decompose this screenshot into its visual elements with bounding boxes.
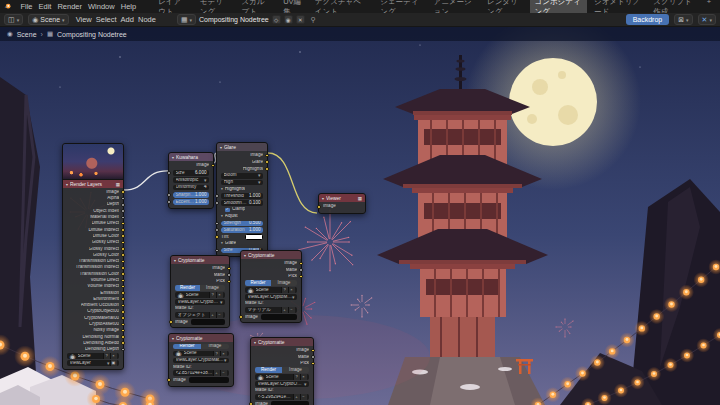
output-socket[interactable] bbox=[121, 190, 125, 194]
tab-image[interactable]: Image bbox=[200, 285, 225, 291]
unlink-icon[interactable]: ✕ bbox=[296, 15, 305, 24]
output-socket[interactable] bbox=[121, 323, 125, 327]
output-socket[interactable] bbox=[121, 310, 125, 314]
breadcrumb-tree[interactable]: Compositing Nodetree bbox=[57, 31, 127, 38]
close-button[interactable]: × bbox=[110, 353, 117, 359]
remove-button[interactable]: − bbox=[300, 394, 307, 400]
row-tabs[interactable]: RenderImage bbox=[241, 280, 301, 287]
node-header-kuwahara[interactable]: ▾Kuwahara bbox=[169, 153, 213, 161]
render-icon[interactable]: ▣ bbox=[110, 360, 117, 366]
tab-render[interactable]: Render bbox=[175, 285, 200, 291]
collapse-icon[interactable]: ▾ bbox=[172, 155, 174, 160]
output-socket[interactable] bbox=[121, 266, 125, 270]
row-uniformity[interactable]: Uniformity4 bbox=[169, 184, 213, 191]
value-input-socket[interactable] bbox=[167, 171, 171, 175]
remove-button[interactable]: − bbox=[288, 307, 295, 313]
add-button[interactable]: + bbox=[209, 312, 216, 318]
input-socket[interactable] bbox=[317, 205, 321, 209]
menu-help[interactable]: Help bbox=[118, 2, 139, 11]
close-button[interactable]: × bbox=[216, 292, 223, 298]
menu-edit[interactable]: Edit bbox=[35, 2, 54, 11]
value-input-socket[interactable] bbox=[215, 228, 219, 232]
node-cryptomatte-material[interactable]: ▾CryptomatteImageMattePickRenderImage◉Sc… bbox=[240, 250, 302, 323]
output-socket[interactable] bbox=[121, 316, 125, 320]
help-button[interactable]: ? bbox=[209, 292, 216, 298]
output-socket[interactable] bbox=[311, 349, 315, 353]
collapse-icon[interactable]: ▾ bbox=[174, 258, 176, 263]
matte-id-input[interactable]: <2.857024e+38>,<4.87a7ae-05>+− bbox=[173, 370, 229, 376]
output-socket[interactable] bbox=[121, 209, 125, 213]
collapse-icon[interactable]: ▾ bbox=[220, 145, 222, 150]
input-socket[interactable] bbox=[239, 315, 243, 319]
select-viewlayer-cryptoobject[interactable]: ViewLayer.CryptoObject▾ bbox=[255, 381, 309, 387]
remove-button[interactable]: − bbox=[220, 370, 227, 376]
menu-file[interactable]: File bbox=[17, 2, 35, 11]
node-render-layers[interactable]: ▾Render Layers▦ImageAlphaDepthObject Ind… bbox=[62, 143, 124, 370]
node-kuwahara[interactable]: ▾KuwaharaImageSize6.000Anisotropic▾Unifo… bbox=[168, 152, 214, 209]
tab-render[interactable]: Render bbox=[173, 344, 201, 350]
editor-menu-view[interactable]: View bbox=[74, 15, 94, 24]
output-socket[interactable] bbox=[121, 279, 125, 283]
row-text[interactable]: オブジェクト+− bbox=[171, 311, 229, 318]
input-socket[interactable] bbox=[169, 320, 173, 324]
slider-eccentricity[interactable]: Eccentricity1.000 bbox=[173, 199, 209, 205]
row-tabs[interactable]: RenderImage bbox=[169, 343, 233, 350]
output-socket[interactable] bbox=[121, 260, 125, 264]
tree-type-dropdown[interactable]: ▦ ▾ bbox=[177, 14, 196, 25]
row-text[interactable]: <2.857024e+38>,<4.87a7ae-05>+− bbox=[169, 370, 233, 377]
add-button[interactable]: + bbox=[281, 307, 288, 313]
tab-render[interactable]: Render bbox=[255, 367, 282, 373]
scene-field[interactable]: ◉Scene?× bbox=[255, 374, 309, 380]
field-uniformity[interactable]: Uniformity4 bbox=[173, 185, 209, 191]
row-scene[interactable]: ◉Scene?× bbox=[171, 292, 229, 299]
color-input-socket[interactable] bbox=[215, 235, 219, 239]
output-socket[interactable] bbox=[299, 268, 303, 272]
row-viewlayer-cryptomaterial[interactable]: ViewLayer.CryptoMaterial▾ bbox=[169, 357, 233, 364]
row-bloom[interactable]: Bloom▾ bbox=[217, 172, 267, 179]
row-eccentricity[interactable]: Eccentricity1.000 bbox=[169, 198, 213, 205]
node-header-viewer[interactable]: ▾Viewer▦ bbox=[319, 194, 365, 202]
row-sharpness[interactable]: Sharpness1.000 bbox=[169, 191, 213, 198]
tab-render[interactable]: Render bbox=[245, 280, 271, 286]
node-header-cryptomatte-object-2[interactable]: ▾Cryptomatte bbox=[251, 338, 313, 346]
section-chevron-icon[interactable]: ▾ bbox=[221, 242, 223, 246]
output-socket[interactable] bbox=[121, 203, 125, 207]
help-button[interactable]: ? bbox=[103, 353, 110, 359]
node-cryptomatte-object-2[interactable]: ▾CryptomatteImageMattePickRenderImage◉Sc… bbox=[250, 337, 314, 405]
help-button[interactable]: ? bbox=[213, 351, 220, 357]
matte-id-input[interactable]: オブジェクト+− bbox=[175, 312, 225, 318]
row-smoothness[interactable]: Smoothness0.100 bbox=[217, 200, 267, 207]
matte-id-input[interactable]: <-5.2982941e+37>,<3.9d255f2b>+− bbox=[255, 394, 309, 400]
value-input-socket[interactable] bbox=[167, 200, 171, 204]
pin-icon[interactable]: ⚲ bbox=[311, 16, 316, 23]
section-chevron-icon[interactable]: ▾ bbox=[221, 215, 223, 219]
section-chevron-icon[interactable]: ▾ bbox=[221, 188, 223, 192]
tree-name[interactable]: Compositing Nodetree bbox=[199, 16, 269, 23]
scene-field[interactable]: ◉Scene?× bbox=[175, 292, 225, 298]
value-input-socket[interactable] bbox=[167, 193, 171, 197]
collapse-icon[interactable]: ▾ bbox=[244, 253, 246, 258]
select-viewlayer[interactable]: ViewLayer▾▣ bbox=[67, 360, 119, 366]
field-size[interactable]: Size6.000 bbox=[173, 170, 209, 176]
menu-window[interactable]: Window bbox=[85, 2, 118, 11]
output-socket[interactable] bbox=[265, 167, 269, 171]
editor-menu-node[interactable]: Node bbox=[136, 15, 158, 24]
node-cryptomatte-material-2[interactable]: ▾CryptomatteRenderImage◉Scene?×ViewLayer… bbox=[168, 333, 234, 387]
backdrop-button[interactable]: Backdrop bbox=[626, 14, 670, 25]
collapse-icon[interactable]: ▾ bbox=[322, 196, 324, 201]
slider-saturation[interactable]: Saturation1.000 bbox=[221, 227, 263, 232]
shield-icon[interactable]: ◇ bbox=[272, 15, 281, 24]
close-button[interactable]: × bbox=[300, 374, 307, 380]
remove-button[interactable]: − bbox=[216, 312, 223, 318]
editor-menu-add[interactable]: Add bbox=[119, 15, 136, 24]
slider-strength[interactable]: Strength0.500 bbox=[221, 221, 263, 226]
value-input-socket[interactable] bbox=[215, 201, 219, 205]
backdrop-zoom-dropdown[interactable]: ✕ ▾ bbox=[698, 14, 716, 25]
node-header-render-layers[interactable]: ▾Render Layers▦ bbox=[63, 180, 123, 188]
node-header-cryptomatte-material-2[interactable]: ▾Cryptomatte bbox=[169, 334, 233, 342]
tab-image[interactable]: Image bbox=[282, 367, 309, 373]
node-header-cryptomatte-material[interactable]: ▾Cryptomatte bbox=[241, 251, 301, 259]
output-socket[interactable] bbox=[121, 335, 125, 339]
scene-field[interactable]: ◉Scene?× bbox=[67, 353, 119, 359]
tab-image[interactable]: Image bbox=[271, 280, 297, 286]
